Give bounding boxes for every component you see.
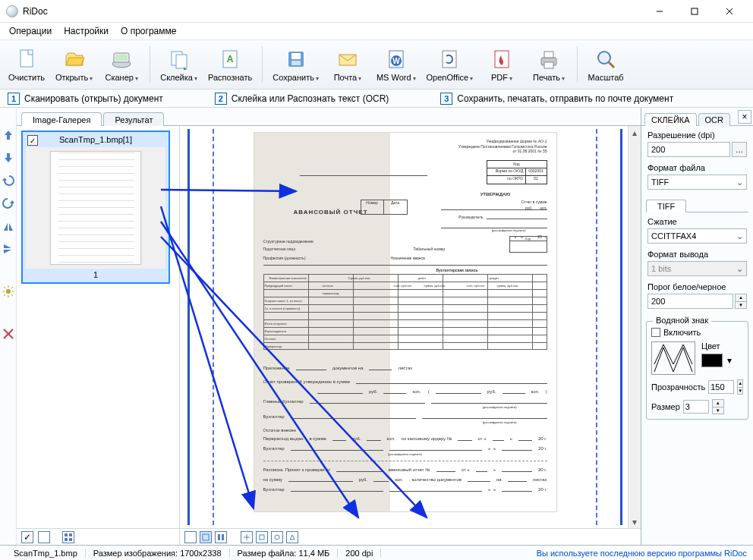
- scanner-button[interactable]: Сканер: [98, 42, 145, 87]
- svg-rect-9: [176, 55, 187, 68]
- recognize-button[interactable]: A Распознать: [203, 42, 257, 87]
- status-filename: ScanTmp_1.bmp: [6, 549, 86, 558]
- svg-text:A: A: [227, 54, 234, 64]
- watermark-pattern[interactable]: [651, 341, 695, 375]
- view-grid-button[interactable]: [62, 531, 74, 543]
- compress-select[interactable]: CCITTFAX4⌄: [647, 228, 747, 244]
- svg-rect-46: [260, 535, 264, 540]
- arrow-up-icon[interactable]: [2, 129, 14, 141]
- format-label: Формат файла: [647, 163, 747, 172]
- status-dims: Размер изображения: 1700x2338: [86, 549, 230, 558]
- opacity-spin[interactable]: ▲▼: [737, 379, 743, 395]
- step-1: 1 Сканировать (открыть) документ: [8, 93, 163, 105]
- opacity-input[interactable]: [708, 380, 734, 394]
- rotate-left-icon[interactable]: [2, 175, 14, 187]
- rpanel-close[interactable]: ×: [738, 110, 751, 124]
- watermark-color[interactable]: [701, 354, 723, 367]
- tool-1[interactable]: [241, 531, 253, 543]
- msword-button[interactable]: W MS Word: [371, 42, 421, 87]
- format-select[interactable]: TIFF⌄: [647, 175, 747, 190]
- svg-rect-37: [65, 533, 68, 536]
- menu-about[interactable]: О программе: [116, 24, 181, 38]
- printer-icon: [537, 47, 561, 71]
- tool-4[interactable]: [286, 531, 298, 543]
- rtab-ocr[interactable]: OCR: [698, 113, 730, 126]
- dpi-more[interactable]: …: [732, 142, 747, 157]
- menu-operations[interactable]: Операции: [5, 24, 56, 38]
- svg-point-26: [6, 289, 11, 294]
- view-mode-2[interactable]: [200, 531, 212, 543]
- svg-rect-19: [443, 51, 456, 68]
- mail-icon: [336, 47, 360, 71]
- tool-3[interactable]: [271, 531, 283, 543]
- open-button[interactable]: Открыть: [50, 42, 98, 87]
- menu-settings[interactable]: Настройки: [59, 24, 113, 38]
- svg-rect-22: [544, 52, 553, 58]
- glue-button[interactable]: Склейка: [155, 42, 203, 87]
- watermark-enable-checkbox[interactable]: [651, 328, 660, 337]
- rtab-glue[interactable]: СКЛЕЙКА: [644, 113, 697, 126]
- svg-rect-43: [222, 534, 224, 540]
- flip-h-icon[interactable]: [2, 220, 14, 232]
- dpi-label: Разрешение (dpi): [647, 131, 747, 140]
- size-label: Размер: [651, 402, 680, 411]
- svg-line-34: [4, 294, 5, 296]
- color-dd-icon[interactable]: ▾: [727, 355, 732, 366]
- view-mode-3[interactable]: [215, 531, 227, 543]
- select-none-button[interactable]: [38, 531, 50, 543]
- svg-line-32: [11, 294, 13, 296]
- color-label: Цвет: [701, 341, 732, 351]
- brightness-icon[interactable]: [2, 285, 14, 297]
- view-mode-1[interactable]: [184, 531, 197, 543]
- zoom-button[interactable]: Масштаб: [582, 42, 629, 87]
- save-button[interactable]: Сохранить: [267, 42, 324, 87]
- preview-scrollbar[interactable]: ▴ ▾: [628, 126, 641, 528]
- status-update-link[interactable]: Вы используете последнюю версию программ…: [537, 549, 747, 558]
- folder-open-icon: [62, 47, 87, 71]
- delete-icon[interactable]: [2, 328, 14, 340]
- clear-button[interactable]: Очистить: [3, 42, 50, 87]
- tab-image-gallery[interactable]: Image-Галерея: [21, 112, 102, 126]
- bw-input[interactable]: 200: [647, 294, 733, 309]
- maximize-button[interactable]: [677, 0, 712, 23]
- msword-icon: W: [384, 47, 408, 71]
- tool-2[interactable]: [256, 531, 268, 543]
- tab-result[interactable]: Результат: [103, 112, 164, 126]
- gallery-thumb-1[interactable]: ScanTmp_1.bmp[1] 1: [21, 131, 170, 284]
- svg-point-47: [275, 535, 279, 540]
- thumb-checkbox[interactable]: [27, 135, 38, 146]
- openoffice-button[interactable]: OpenOffice: [421, 42, 478, 87]
- tiff-tab[interactable]: TIFF: [646, 200, 686, 212]
- svg-rect-4: [20, 50, 33, 67]
- glue-icon: [167, 47, 191, 71]
- pdf-button[interactable]: PDF: [478, 42, 525, 87]
- size-spin[interactable]: ▲▼: [712, 399, 724, 414]
- bw-label: Порог белое/черное: [647, 282, 747, 291]
- thumb-image: [26, 147, 165, 269]
- select-all-button[interactable]: ✓: [21, 531, 33, 543]
- watermark-legend: Водяной знак: [653, 316, 711, 325]
- step-2: 2 Склейка или Распознать текст (OCR): [215, 93, 389, 105]
- minimize-button[interactable]: [642, 0, 677, 23]
- opacity-label: Прозрачность: [651, 382, 705, 392]
- bw-spin[interactable]: ▲▼: [735, 294, 747, 309]
- flip-v-icon[interactable]: [2, 243, 14, 255]
- compress-label: Сжатие: [647, 217, 747, 226]
- save-icon: [284, 47, 308, 71]
- size-input[interactable]: [683, 400, 709, 414]
- arrow-down-icon[interactable]: [2, 152, 14, 164]
- svg-rect-1: [692, 8, 698, 14]
- thumb-filename: ScanTmp_1.bmp[1]: [59, 135, 132, 144]
- close-button[interactable]: [712, 0, 747, 23]
- rotate-right-icon[interactable]: [2, 197, 14, 209]
- print-button[interactable]: Печать: [525, 42, 572, 87]
- dpi-input[interactable]: 200: [647, 142, 730, 157]
- svg-point-24: [598, 52, 610, 64]
- svg-line-31: [4, 287, 5, 288]
- svg-rect-7: [115, 55, 128, 61]
- status-filesize: Размер файла: 11,4 МБ: [230, 549, 339, 558]
- mail-button[interactable]: Почта: [324, 42, 371, 87]
- svg-line-33: [11, 287, 13, 288]
- svg-text:W: W: [392, 57, 400, 65]
- svg-rect-41: [203, 534, 209, 540]
